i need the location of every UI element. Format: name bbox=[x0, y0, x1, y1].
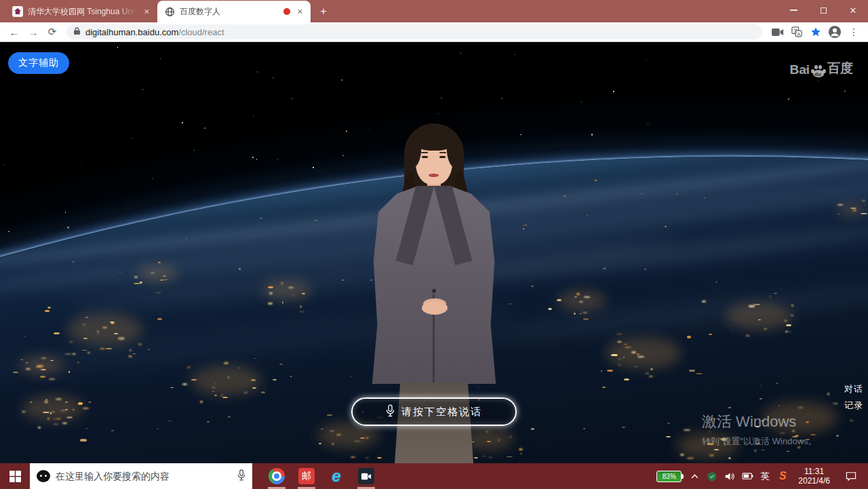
city-light bbox=[749, 305, 754, 307]
clock-date: 2021/4/6 bbox=[798, 476, 830, 486]
press-space-to-speak-button[interactable]: 请按下空格说话 bbox=[351, 397, 517, 426]
forward-button[interactable]: → bbox=[24, 24, 42, 40]
city-light bbox=[761, 450, 766, 450]
city-light bbox=[182, 383, 187, 385]
start-button[interactable] bbox=[0, 463, 30, 489]
city-light bbox=[56, 398, 62, 400]
svg-text:A: A bbox=[797, 32, 801, 37]
battery-percent-badge[interactable]: 83% bbox=[656, 471, 682, 482]
city-light bbox=[687, 457, 694, 459]
city-light bbox=[49, 378, 55, 380]
city-light bbox=[268, 286, 273, 288]
city-light bbox=[13, 372, 18, 373]
city-light bbox=[854, 208, 856, 209]
microphone-icon bbox=[386, 404, 395, 419]
close-window-button[interactable]: ✕ bbox=[838, 0, 868, 20]
city-light bbox=[837, 204, 844, 206]
maximize-button[interactable] bbox=[808, 0, 838, 20]
chrome-taskbar-icon[interactable] bbox=[262, 463, 292, 489]
volume-icon[interactable] bbox=[722, 472, 737, 481]
text-assist-button[interactable]: 文字辅助 bbox=[8, 52, 69, 74]
city-light bbox=[342, 279, 344, 281]
refresh-button[interactable]: ⟳ bbox=[43, 24, 61, 40]
new-tab-button[interactable]: + bbox=[315, 3, 332, 20]
city-light bbox=[279, 364, 282, 365]
city-light bbox=[260, 218, 262, 219]
mail-taskbar-icon[interactable]: 邮 bbox=[292, 463, 321, 489]
city-light bbox=[786, 451, 790, 452]
address-bar[interactable]: digitalhuman.baidu.com/cloud/react bbox=[66, 24, 762, 39]
city-light bbox=[548, 308, 552, 310]
baidu-watermark-bai: Bai bbox=[789, 62, 810, 77]
record-panel-button[interactable]: 记录 bbox=[844, 399, 863, 412]
city-light bbox=[36, 366, 39, 368]
city-light bbox=[100, 348, 105, 349]
windows-taskbar: 邮 e 83% 英 S 11:31 2021/4/6 bbox=[0, 463, 868, 489]
camera-access-icon[interactable] bbox=[769, 24, 787, 40]
profile-avatar-icon[interactable] bbox=[826, 24, 844, 40]
browser-menu-icon[interactable]: ⋮ bbox=[845, 24, 863, 40]
city-light bbox=[299, 311, 304, 312]
city-light bbox=[41, 357, 46, 358]
lapel bbox=[434, 181, 473, 266]
internet-explorer-taskbar-icon[interactable]: e bbox=[321, 463, 351, 489]
city-light bbox=[83, 408, 89, 409]
tray-chevron-up-icon[interactable] bbox=[687, 474, 702, 479]
city-light bbox=[637, 356, 644, 357]
city-light bbox=[252, 387, 256, 389]
translate-icon[interactable]: 文A bbox=[788, 24, 806, 40]
city-light bbox=[69, 341, 73, 343]
minimize-button[interactable] bbox=[778, 0, 808, 20]
camera-app-taskbar-icon[interactable] bbox=[351, 463, 381, 489]
city-light bbox=[850, 420, 852, 421]
lock-icon bbox=[73, 26, 81, 37]
action-center-icon[interactable] bbox=[844, 471, 859, 482]
city-light bbox=[607, 370, 613, 372]
city-light bbox=[583, 318, 589, 320]
city-light bbox=[637, 353, 639, 355]
city-light bbox=[557, 290, 606, 311]
taskbar-clock[interactable]: 11:31 2021/4/6 bbox=[793, 467, 835, 486]
search-microphone-icon[interactable] bbox=[237, 469, 245, 484]
city-light bbox=[684, 429, 690, 431]
activate-windows-line1: 激活 Windows bbox=[702, 412, 817, 432]
tab-close-icon[interactable]: ✕ bbox=[295, 6, 305, 18]
defender-shield-icon[interactable] bbox=[705, 471, 719, 482]
bookmark-star-icon[interactable] bbox=[807, 24, 825, 40]
city-light bbox=[862, 200, 865, 201]
city-light bbox=[746, 335, 749, 336]
city-light bbox=[47, 418, 50, 420]
input-language-indicator[interactable]: 英 bbox=[757, 470, 772, 482]
baidu-paw-icon: du bbox=[811, 64, 826, 77]
sogou-input-icon[interactable]: S bbox=[775, 470, 790, 482]
taskbar-search-input[interactable] bbox=[56, 471, 232, 482]
city-light bbox=[624, 378, 629, 380]
tab-digital-human[interactable]: 百度数字人 ✕ bbox=[157, 1, 311, 22]
city-light bbox=[696, 373, 702, 374]
back-button[interactable]: ← bbox=[5, 24, 23, 40]
url-path: /cloud/react bbox=[178, 27, 224, 37]
city-light bbox=[106, 348, 111, 349]
city-light bbox=[649, 376, 653, 378]
tab-close-icon[interactable]: ✕ bbox=[142, 6, 152, 18]
city-light bbox=[200, 401, 203, 403]
city-light bbox=[634, 366, 637, 368]
city-light bbox=[155, 292, 161, 294]
city-light bbox=[709, 454, 714, 456]
city-light bbox=[319, 443, 321, 445]
city-light bbox=[520, 453, 522, 454]
city-light bbox=[776, 383, 778, 384]
city-light bbox=[665, 226, 667, 227]
city-light bbox=[163, 275, 166, 277]
city-light bbox=[676, 193, 678, 195]
city-light bbox=[650, 368, 654, 370]
dialog-panel-button[interactable]: 对话 bbox=[844, 383, 863, 395]
city-light bbox=[134, 276, 138, 278]
taskbar-search-box[interactable] bbox=[30, 463, 252, 489]
city-light bbox=[87, 352, 90, 353]
city-light bbox=[726, 302, 792, 330]
city-light bbox=[321, 429, 323, 429]
battery-tray-icon[interactable] bbox=[740, 473, 755, 480]
cortana-icon bbox=[37, 470, 50, 482]
tab-tsinghua[interactable]: 清华大学校园网 Tsinghua Univ ✕ bbox=[5, 1, 157, 22]
